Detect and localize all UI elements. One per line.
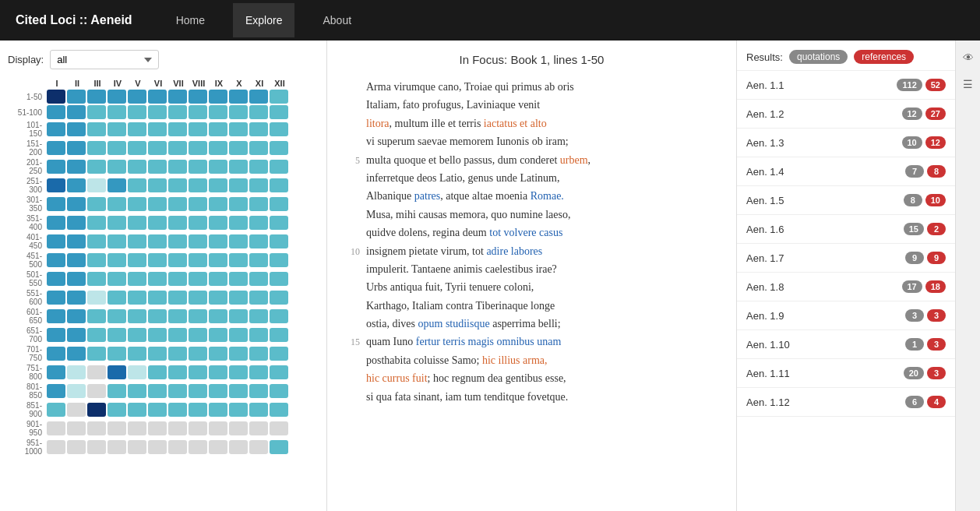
heatmap-cell[interactable] bbox=[47, 365, 65, 379]
heatmap-cell[interactable] bbox=[87, 234, 106, 248]
heatmap-cell[interactable] bbox=[249, 160, 268, 174]
heatmap-cell[interactable] bbox=[128, 105, 146, 119]
heatmap-cell[interactable] bbox=[128, 421, 146, 435]
heatmap-cell[interactable] bbox=[189, 384, 207, 398]
heatmap-cell[interactable] bbox=[229, 90, 248, 104]
heatmap-cell[interactable] bbox=[148, 421, 167, 435]
heatmap-cell[interactable] bbox=[67, 440, 86, 454]
list-icon[interactable]: ☰ bbox=[959, 75, 978, 93]
heatmap-cell[interactable] bbox=[270, 141, 288, 155]
heatmap-cell[interactable] bbox=[148, 347, 167, 361]
heatmap-cell[interactable] bbox=[108, 403, 126, 417]
heatmap-cell[interactable] bbox=[168, 216, 187, 230]
heatmap-cell[interactable] bbox=[189, 105, 207, 119]
heatmap-cell[interactable] bbox=[47, 90, 65, 104]
result-row[interactable]: Aen. 1.111252 bbox=[737, 71, 955, 100]
heatmap-cell[interactable] bbox=[168, 440, 187, 454]
heatmap-cell[interactable] bbox=[47, 216, 65, 230]
heatmap-cell[interactable] bbox=[249, 365, 268, 379]
heatmap-cell[interactable] bbox=[270, 160, 288, 174]
heatmap-cell[interactable] bbox=[249, 253, 268, 267]
heatmap-cell[interactable] bbox=[67, 178, 86, 192]
heatmap-cell[interactable] bbox=[249, 272, 268, 286]
heatmap-cell[interactable] bbox=[270, 178, 288, 192]
heatmap-cell[interactable] bbox=[189, 141, 207, 155]
heatmap-cell[interactable] bbox=[108, 272, 126, 286]
heatmap-cell[interactable] bbox=[209, 197, 227, 211]
heatmap-cell[interactable] bbox=[128, 197, 146, 211]
heatmap-cell[interactable] bbox=[67, 291, 86, 305]
heatmap-cell[interactable] bbox=[189, 347, 207, 361]
heatmap-cell[interactable] bbox=[47, 197, 65, 211]
heatmap-cell[interactable] bbox=[108, 309, 126, 323]
heatmap-cell[interactable] bbox=[67, 122, 86, 136]
heatmap-cell[interactable] bbox=[67, 403, 86, 417]
heatmap-cell[interactable] bbox=[168, 384, 187, 398]
heatmap-cell[interactable] bbox=[209, 272, 227, 286]
heatmap-cell[interactable] bbox=[209, 384, 227, 398]
heatmap-cell[interactable] bbox=[148, 160, 167, 174]
heatmap-cell[interactable] bbox=[128, 160, 146, 174]
heatmap-cell[interactable] bbox=[67, 141, 86, 155]
heatmap-cell[interactable] bbox=[189, 160, 207, 174]
heatmap-cell[interactable] bbox=[87, 216, 106, 230]
heatmap-cell[interactable] bbox=[47, 347, 65, 361]
heatmap-cell[interactable] bbox=[148, 141, 167, 155]
heatmap-cell[interactable] bbox=[87, 253, 106, 267]
heatmap-cell[interactable] bbox=[67, 90, 86, 104]
heatmap-cell[interactable] bbox=[229, 216, 248, 230]
heatmap-cell[interactable] bbox=[148, 253, 167, 267]
heatmap-cell[interactable] bbox=[148, 384, 167, 398]
heatmap-cell[interactable] bbox=[209, 216, 227, 230]
heatmap-cell[interactable] bbox=[67, 197, 86, 211]
heatmap-cell[interactable] bbox=[209, 440, 227, 454]
heatmap-cell[interactable] bbox=[47, 403, 65, 417]
heatmap-cell[interactable] bbox=[47, 272, 65, 286]
result-row[interactable]: Aen. 1.81718 bbox=[737, 273, 955, 301]
heatmap-cell[interactable] bbox=[209, 421, 227, 435]
heatmap-cell[interactable] bbox=[128, 384, 146, 398]
heatmap-cell[interactable] bbox=[148, 122, 167, 136]
heatmap-cell[interactable] bbox=[168, 328, 187, 342]
heatmap-cell[interactable] bbox=[168, 347, 187, 361]
heatmap-cell[interactable] bbox=[229, 105, 248, 119]
heatmap-cell[interactable] bbox=[148, 272, 167, 286]
heatmap-cell[interactable] bbox=[270, 291, 288, 305]
heatmap-cell[interactable] bbox=[270, 122, 288, 136]
heatmap-cell[interactable] bbox=[229, 272, 248, 286]
heatmap-cell[interactable] bbox=[249, 421, 268, 435]
heatmap-cell[interactable] bbox=[209, 141, 227, 155]
result-row[interactable]: Aen. 1.6152 bbox=[737, 215, 955, 244]
heatmap-cell[interactable] bbox=[209, 253, 227, 267]
heatmap-cell[interactable] bbox=[67, 384, 86, 398]
heatmap-cell[interactable] bbox=[47, 421, 65, 435]
heatmap-cell[interactable] bbox=[67, 216, 86, 230]
heatmap-cell[interactable] bbox=[108, 122, 126, 136]
heatmap-cell[interactable] bbox=[229, 384, 248, 398]
heatmap-cell[interactable] bbox=[168, 291, 187, 305]
heatmap-cell[interactable] bbox=[148, 328, 167, 342]
heatmap-cell[interactable] bbox=[47, 105, 65, 119]
heatmap-cell[interactable] bbox=[270, 309, 288, 323]
heatmap-cell[interactable] bbox=[67, 253, 86, 267]
heatmap-cell[interactable] bbox=[270, 272, 288, 286]
heatmap-cell[interactable] bbox=[67, 160, 86, 174]
heatmap-cell[interactable] bbox=[87, 403, 106, 417]
heatmap-cell[interactable] bbox=[229, 160, 248, 174]
heatmap-cell[interactable] bbox=[128, 309, 146, 323]
heatmap-cell[interactable] bbox=[67, 421, 86, 435]
heatmap-cell[interactable] bbox=[270, 253, 288, 267]
heatmap-cell[interactable] bbox=[189, 365, 207, 379]
result-row[interactable]: Aen. 1.21227 bbox=[737, 100, 955, 129]
heatmap-cell[interactable] bbox=[148, 216, 167, 230]
heatmap-cell[interactable] bbox=[209, 309, 227, 323]
heatmap-cell[interactable] bbox=[209, 105, 227, 119]
heatmap-cell[interactable] bbox=[128, 253, 146, 267]
heatmap-cell[interactable] bbox=[128, 365, 146, 379]
heatmap-cell[interactable] bbox=[108, 384, 126, 398]
heatmap-cell[interactable] bbox=[229, 403, 248, 417]
heatmap-cell[interactable] bbox=[47, 291, 65, 305]
heatmap-cell[interactable] bbox=[168, 141, 187, 155]
heatmap-cell[interactable] bbox=[108, 90, 126, 104]
heatmap-cell[interactable] bbox=[128, 403, 146, 417]
